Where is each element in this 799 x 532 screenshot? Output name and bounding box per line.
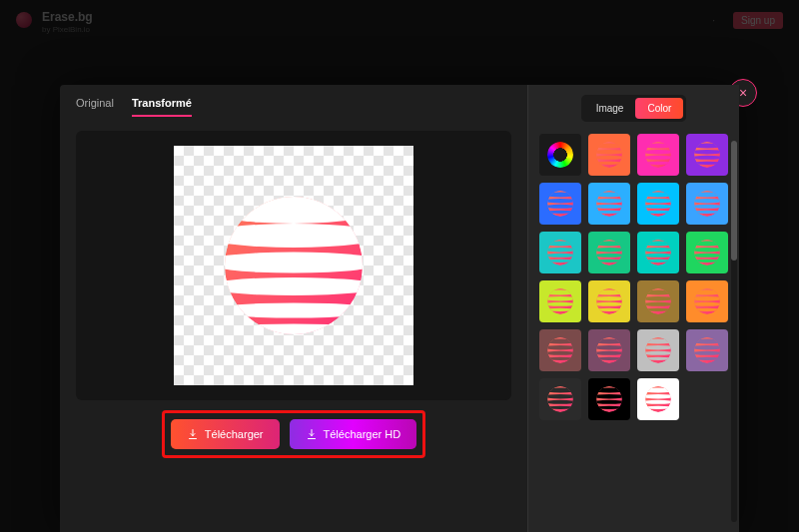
download-actions-highlight: Télécharger Télécharger HD (162, 410, 425, 458)
swatch-preview-icon (693, 287, 721, 315)
header-link: · (704, 13, 723, 28)
download-button[interactable]: Télécharger (171, 419, 280, 449)
color-swatch[interactable] (637, 232, 679, 273)
swatch-preview-icon (644, 385, 672, 413)
swatch-preview-icon (595, 287, 623, 315)
result-image (219, 191, 369, 340)
swatch-preview-icon (644, 287, 672, 315)
download-icon (306, 428, 318, 440)
swatch-preview-icon (595, 385, 623, 413)
brand-subtitle: by PixelBin.io (42, 25, 93, 34)
color-swatch[interactable] (588, 232, 630, 273)
swatch-preview-icon (644, 239, 672, 266)
color-swatch[interactable] (637, 378, 679, 420)
color-swatch[interactable] (686, 280, 728, 322)
color-swatch[interactable] (539, 329, 581, 371)
color-picker-swatch[interactable] (539, 134, 581, 176)
swatch-preview-icon (546, 336, 574, 364)
color-swatch[interactable] (539, 183, 581, 225)
swatch-preview-icon (644, 336, 672, 364)
swatch-preview-icon (644, 190, 672, 218)
color-swatch[interactable] (637, 280, 679, 322)
bg-mode-toggle: Image Color (581, 95, 687, 122)
close-icon: × (739, 85, 747, 101)
color-swatch[interactable] (539, 232, 581, 273)
color-swatch[interactable] (686, 232, 728, 273)
download-label: Télécharger (205, 428, 264, 440)
color-swatch[interactable] (637, 329, 679, 371)
color-swatch[interactable] (588, 134, 630, 176)
mode-color[interactable]: Color (635, 98, 683, 119)
scrollbar-thumb[interactable] (731, 141, 737, 261)
signup-button: Sign up (733, 12, 783, 29)
color-swatch[interactable] (539, 378, 581, 420)
color-swatch[interactable] (686, 329, 728, 371)
swatch-preview-icon (546, 385, 574, 413)
brand-logo-icon (16, 12, 32, 28)
result-tabs: Original Transformé (76, 97, 511, 117)
swatch-scrollbar[interactable] (731, 141, 737, 522)
color-swatch[interactable] (588, 378, 630, 420)
swatch-preview-icon (546, 190, 574, 218)
swatch-preview-icon (595, 190, 623, 218)
color-swatch[interactable] (686, 183, 728, 225)
transparency-canvas (174, 146, 413, 385)
swatch-preview-icon (693, 239, 721, 266)
download-icon (187, 428, 199, 440)
color-swatch[interactable] (637, 134, 679, 176)
mode-image[interactable]: Image (584, 98, 636, 119)
color-swatch[interactable] (686, 134, 728, 176)
color-wheel-icon (547, 142, 573, 168)
color-swatch[interactable] (637, 183, 679, 225)
background-panel: Image Color (527, 85, 739, 532)
swatch-preview-icon (693, 190, 721, 218)
swatch-preview-icon (644, 141, 672, 169)
swatch-preview-icon (595, 239, 623, 266)
swatch-preview-icon (595, 141, 623, 169)
color-swatch[interactable] (588, 183, 630, 225)
color-swatch[interactable] (588, 329, 630, 371)
brand-name: Erase.bg (42, 10, 93, 24)
download-hd-label: Télécharger HD (324, 428, 401, 440)
download-hd-button[interactable]: Télécharger HD (290, 419, 417, 449)
tab-transformed[interactable]: Transformé (132, 97, 192, 117)
color-swatch[interactable] (539, 280, 581, 322)
color-swatch[interactable] (588, 280, 630, 322)
editor-modal: × Original Transformé Télécharger (60, 85, 739, 532)
swatch-preview-icon (546, 239, 574, 266)
swatch-preview-icon (546, 287, 574, 315)
preview-area (76, 131, 511, 400)
color-swatch-grid (538, 134, 729, 420)
swatch-preview-icon (693, 336, 721, 364)
swatch-preview-icon (595, 336, 623, 364)
preview-panel: Original Transformé Télécharger Té (60, 85, 527, 532)
tab-original[interactable]: Original (76, 97, 114, 117)
swatch-preview-icon (693, 141, 721, 169)
